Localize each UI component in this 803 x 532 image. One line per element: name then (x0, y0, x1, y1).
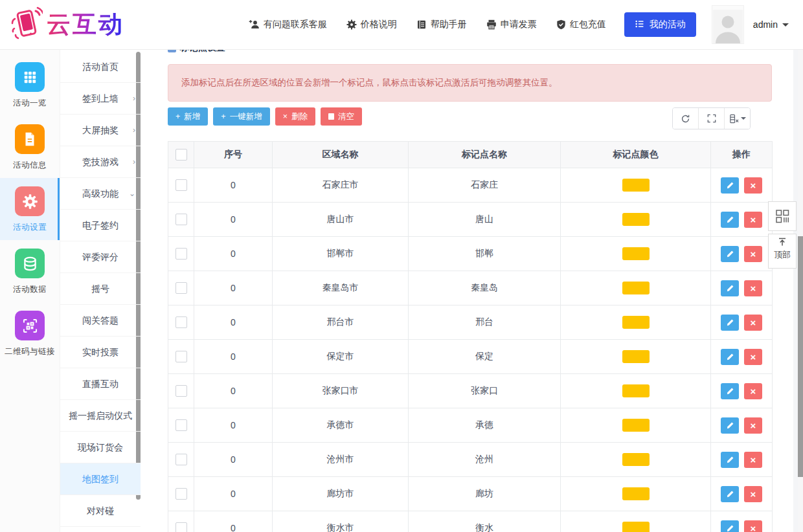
submenu-item-3[interactable]: 大屏抽奖› (60, 115, 141, 146)
clear-button[interactable]: 清空 (321, 107, 362, 126)
cell-actions: × (711, 374, 773, 408)
row-checkbox[interactable] (175, 248, 187, 260)
qrcode-icon (15, 311, 45, 340)
row-checkbox[interactable] (175, 385, 187, 397)
submenu: 活动首页签到上墙›大屏抽奖›竞技游戏›高级功能⌄电子签约评委评分摇号闯关答题实时… (60, 50, 141, 532)
submenu-item-11[interactable]: 直播互动 (60, 368, 141, 400)
delete-row-button[interactable]: × (744, 452, 762, 468)
back-to-top-button[interactable]: 顶部 (768, 234, 797, 269)
cell-region: 承德市 (273, 408, 409, 443)
delete-row-button[interactable]: × (744, 486, 762, 502)
cell-marker: 沧州 (409, 443, 561, 477)
submenu-item-10[interactable]: 实时投票 (60, 337, 141, 368)
logo[interactable]: 云互动 (9, 6, 159, 43)
submenu-item-14[interactable]: 地图签到 (60, 463, 141, 495)
cell-actions: × (711, 237, 773, 271)
submenu-item-4[interactable]: 竞技游戏› (60, 146, 141, 178)
delete-button[interactable]: × 删除 (275, 107, 315, 126)
edit-button[interactable] (721, 212, 739, 228)
marker-color-chip[interactable] (622, 350, 650, 363)
page-scrollbar-thumb[interactable] (798, 236, 803, 477)
row-checkbox[interactable] (175, 316, 187, 328)
marker-color-chip[interactable] (622, 213, 650, 226)
row-checkbox[interactable] (175, 282, 187, 294)
fullscreen-button[interactable] (698, 108, 724, 129)
marker-color-chip[interactable] (622, 282, 650, 294)
delete-row-button[interactable]: × (744, 349, 762, 365)
sidebar-item-qrcode-links[interactable]: 二维码与链接 (0, 302, 60, 364)
edit-button[interactable] (721, 246, 739, 262)
submenu-item-12[interactable]: 摇一摇启动仪式 (60, 400, 141, 432)
edit-button[interactable] (721, 177, 739, 194)
edit-button[interactable] (721, 452, 739, 468)
cell-marker: 邯郸 (409, 237, 561, 271)
add-button[interactable]: + 新增 (168, 107, 208, 126)
edit-button[interactable] (721, 486, 739, 502)
delete-row-button[interactable]: × (744, 177, 762, 194)
sidebar-item-activity-overview[interactable]: 活动一览 (0, 54, 60, 116)
cell-actions: × (711, 477, 773, 511)
row-checkbox[interactable] (175, 419, 187, 431)
nav-item-2[interactable]: 价格说明 (346, 19, 397, 30)
row-checkbox[interactable] (175, 179, 187, 191)
nav-item-5[interactable]: 红包充值 (556, 19, 606, 30)
delete-row-button[interactable]: × (744, 212, 762, 228)
marker-color-chip[interactable] (622, 384, 650, 397)
submenu-item-9[interactable]: 闯关答题 (60, 305, 141, 337)
sidebar-item-activity-settings[interactable]: 活动设置 (0, 178, 60, 240)
nav-item-1[interactable]: 有问题联系客服 (249, 19, 327, 30)
edit-button[interactable] (721, 383, 739, 399)
marker-color-chip[interactable] (622, 487, 650, 500)
widgets-button[interactable] (768, 201, 797, 231)
submenu-item-7[interactable]: 评委评分 (60, 241, 141, 273)
submenu-item-5[interactable]: 高级功能⌄ (60, 178, 141, 210)
select-all-checkbox[interactable] (175, 149, 187, 161)
row-checkbox[interactable] (175, 351, 187, 362)
row-checkbox[interactable] (175, 454, 187, 465)
submenu-item-2[interactable]: 签到上墙› (60, 83, 141, 115)
sidebar-item-activity-info[interactable]: 活动信息 (0, 116, 60, 178)
submenu-item-6[interactable]: 电子签约 (60, 210, 141, 241)
batch-add-button[interactable]: + 一键新增 (213, 107, 269, 126)
table-toolbar: + 新增 + 一键新增 × 删除 清空 (168, 107, 772, 129)
delete-row-button[interactable]: × (744, 315, 762, 331)
delete-row-button[interactable]: × (744, 246, 762, 262)
nav-item-3[interactable]: 帮助手册 (416, 19, 467, 30)
avatar[interactable] (712, 5, 744, 44)
row-checkbox[interactable] (175, 488, 187, 500)
page-scrollbar[interactable] (798, 50, 803, 532)
row-checkbox[interactable] (175, 214, 187, 225)
edit-button[interactable] (721, 280, 739, 296)
delete-row-button[interactable]: × (744, 280, 762, 296)
columns-filter-button[interactable] (724, 108, 750, 129)
marker-color-chip[interactable] (622, 453, 650, 466)
edit-button[interactable] (721, 315, 739, 331)
sidebar-item-activity-data[interactable]: 活动数据 (0, 240, 60, 302)
delete-row-button[interactable]: × (744, 520, 762, 532)
marker-color-chip[interactable] (622, 522, 650, 532)
submenu-item-label: 摇一摇启动仪式 (69, 410, 132, 421)
edit-button[interactable] (721, 349, 739, 365)
nav-item-4[interactable]: 申请发票 (486, 19, 537, 30)
submenu-item-8[interactable]: 摇号 (60, 273, 141, 305)
refresh-button[interactable] (673, 108, 698, 129)
cell-actions: × (711, 443, 773, 477)
user-menu[interactable]: admin (753, 19, 789, 30)
submenu-item-label: 高级功能 (82, 188, 119, 199)
marker-color-chip[interactable] (622, 247, 650, 260)
marker-color-chip[interactable] (622, 179, 650, 192)
row-checkbox[interactable] (175, 522, 187, 532)
nav-item-label: 价格说明 (361, 19, 397, 30)
edit-button[interactable] (721, 520, 739, 532)
my-activities-button[interactable]: 我的活动 (624, 12, 696, 37)
page-title-icon (168, 50, 176, 52)
nav-item-label: 红包充值 (570, 19, 606, 30)
edit-button[interactable] (721, 417, 739, 434)
submenu-item-1[interactable]: 活动首页 (60, 51, 141, 83)
submenu-item-13[interactable]: 现场订货会 (60, 432, 141, 463)
submenu-item-15[interactable]: 对对碰 (60, 495, 141, 527)
marker-color-chip[interactable] (622, 419, 650, 432)
delete-row-button[interactable]: × (744, 383, 762, 399)
delete-row-button[interactable]: × (744, 417, 762, 434)
marker-color-chip[interactable] (622, 316, 650, 329)
